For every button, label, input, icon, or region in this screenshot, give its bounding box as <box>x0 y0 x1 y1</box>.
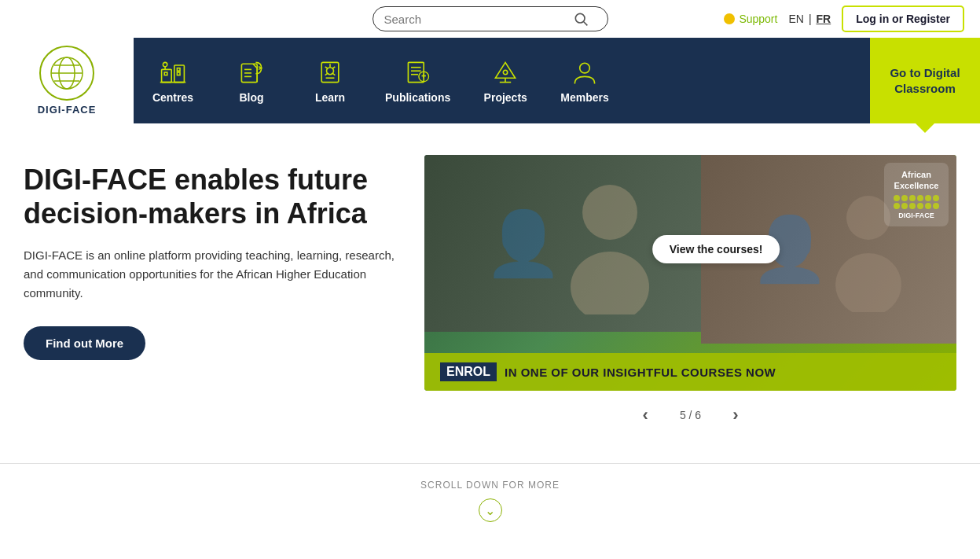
lang-fr[interactable]: FR <box>817 13 831 25</box>
lang-en[interactable]: EN <box>788 13 803 25</box>
logo-area[interactable]: DIGI-FACE <box>0 38 134 123</box>
logo-text: DIGI-FACE <box>38 104 97 116</box>
carousel-prev-button[interactable]: ‹ <box>635 402 656 428</box>
hero-description: DIGI-FACE is an online platform providin… <box>24 246 401 303</box>
svg-rect-9 <box>164 72 167 75</box>
carousel-indicator: 5 / 6 <box>680 409 701 421</box>
hero-title: DIGI-FACE enables future decision-makers… <box>24 163 401 230</box>
login-register-button[interactable]: Log in or Register <box>842 6 964 32</box>
enrol-bar: ENROL IN ONE OF OUR INSIGHTFUL COURSES N… <box>424 353 956 391</box>
ae-dot-11 <box>925 203 931 209</box>
logo-circle <box>39 46 94 101</box>
members-icon <box>571 58 599 86</box>
main-navbar: DIGI-FACE Centres <box>0 38 980 123</box>
search-icon <box>573 11 589 27</box>
nav-items: Centres Blog <box>134 38 870 123</box>
hero-left: DIGI-FACE enables future decision-makers… <box>24 155 401 439</box>
svg-rect-11 <box>177 72 180 75</box>
cta-line2: Classroom <box>894 81 956 97</box>
svg-rect-7 <box>162 69 172 82</box>
carousel-container: African Excellence <box>424 155 956 439</box>
ae-dot-2 <box>901 195 908 201</box>
ae-badge-line3: DIGI-FACE <box>894 211 939 221</box>
learn-icon <box>316 58 344 86</box>
svg-point-33 <box>580 63 590 73</box>
chevron-down-icon: ⌄ <box>485 503 495 518</box>
top-right-actions: Support EN | FR Log in or Register <box>724 6 964 32</box>
svg-rect-10 <box>177 68 180 71</box>
nav-item-blog[interactable]: Blog <box>212 38 291 123</box>
support-label: Support <box>739 13 777 25</box>
blog-label: Blog <box>239 91 263 104</box>
person-left-icon <box>563 173 657 314</box>
nav-item-publications[interactable]: Publications <box>369 38 466 123</box>
ae-dot-7 <box>894 203 900 209</box>
support-dot-icon <box>724 13 735 24</box>
support-link[interactable]: Support <box>724 13 777 25</box>
carousel-slide: African Excellence <box>424 155 956 391</box>
ae-dot-9 <box>909 203 916 209</box>
projects-label: Projects <box>484 91 527 104</box>
centres-icon <box>159 58 187 86</box>
ae-dot-6 <box>933 195 939 201</box>
go-to-digital-classroom-button[interactable]: Go to Digital Classroom <box>870 38 980 123</box>
blog-icon <box>237 58 266 86</box>
ae-dot-4 <box>917 195 923 201</box>
scroll-down-label: SCROLL DOWN FOR MORE <box>0 480 980 491</box>
members-label: Members <box>560 91 608 104</box>
scroll-down-button[interactable]: ⌄ <box>479 498 502 522</box>
carousel-next-button[interactable]: › <box>725 402 746 428</box>
ae-dots <box>894 195 939 209</box>
find-out-more-button[interactable]: Find out More <box>24 326 145 360</box>
enrol-text: IN ONE OF OUR INSIGHTFUL COURSES NOW <box>505 366 776 379</box>
svg-line-1 <box>583 22 587 26</box>
ae-dot-8 <box>901 203 908 209</box>
svg-point-32 <box>504 70 508 74</box>
lang-divider: | <box>809 13 812 25</box>
enrol-highlight: ENROL <box>440 362 497 381</box>
projects-icon <box>491 58 519 86</box>
ae-dot-12 <box>933 203 939 209</box>
ae-dot-3 <box>909 195 916 201</box>
publications-icon <box>404 58 432 86</box>
globe-icon <box>47 53 86 93</box>
publications-label: Publications <box>385 91 450 104</box>
cta-line1: Go to Digital <box>890 65 960 81</box>
search-wrapper[interactable] <box>373 6 608 31</box>
logo: DIGI-FACE <box>38 46 97 116</box>
nav-item-members[interactable]: Members <box>545 38 624 123</box>
svg-point-0 <box>575 13 585 23</box>
svg-point-37 <box>835 253 901 312</box>
learn-label: Learn <box>315 91 345 104</box>
ae-dot-10 <box>917 203 923 209</box>
centres-label: Centres <box>152 91 193 104</box>
search-input[interactable] <box>384 13 573 26</box>
ae-dot-5 <box>925 195 931 201</box>
scroll-section: SCROLL DOWN FOR MORE ⌄ <box>0 463 980 546</box>
nav-item-learn[interactable]: Learn <box>291 38 369 123</box>
nav-item-projects[interactable]: Projects <box>466 38 545 123</box>
nav-item-centres[interactable]: Centres <box>134 38 212 123</box>
svg-point-13 <box>163 62 167 66</box>
svg-point-34 <box>582 185 637 240</box>
view-courses-button[interactable]: View the courses! <box>652 235 780 263</box>
ae-badge: African Excellence <box>884 163 949 226</box>
ae-badge-line2: Excellence <box>894 180 939 191</box>
main-content: DIGI-FACE enables future decision-makers… <box>0 123 980 455</box>
ae-badge-line1: African <box>894 169 939 180</box>
carousel-controls: ‹ 5 / 6 › <box>424 391 956 439</box>
top-bar: Support EN | FR Log in or Register <box>0 0 980 38</box>
ae-dot-1 <box>894 195 900 201</box>
language-switcher: EN | FR <box>788 13 831 25</box>
svg-point-35 <box>571 252 649 314</box>
carousel-image: African Excellence <box>424 155 956 391</box>
